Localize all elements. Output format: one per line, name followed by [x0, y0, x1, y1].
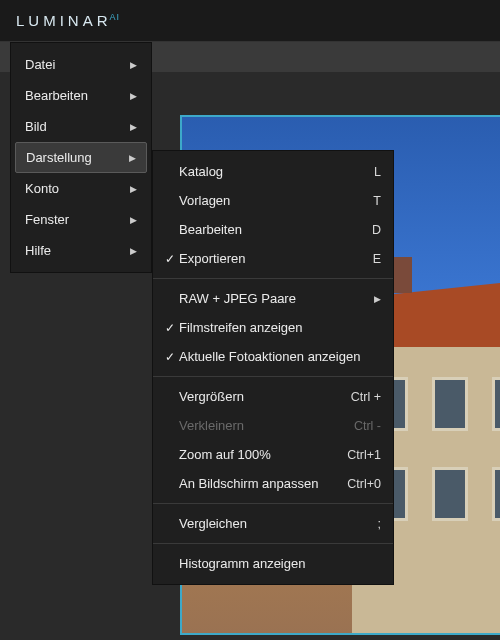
submenu-label: Verkleinern	[179, 418, 346, 433]
submenu-item[interactable]: ✓Aktuelle Fotoaktionen anzeigen	[153, 342, 393, 371]
submenu-arrow-icon: ▶	[130, 122, 137, 132]
submenu-shortcut: E	[373, 252, 381, 266]
main-menu-item-bild[interactable]: Bild▶	[11, 111, 151, 142]
main-menu-label: Hilfe	[25, 243, 51, 258]
submenu-item[interactable]: Zoom auf 100%Ctrl+1	[153, 440, 393, 469]
main-menu-item-konto[interactable]: Konto▶	[11, 173, 151, 204]
submenu-arrow-icon: ▶	[130, 60, 137, 70]
submenu-label: Histogramm anzeigen	[179, 556, 381, 571]
submenu-label: Aktuelle Fotoaktionen anzeigen	[179, 349, 381, 364]
main-menu-item-fenster[interactable]: Fenster▶	[11, 204, 151, 235]
main-menu: Datei▶Bearbeiten▶Bild▶Darstellung▶Konto▶…	[10, 42, 152, 273]
submenu-shortcut: L	[374, 165, 381, 179]
submenu-shortcut: Ctrl+0	[347, 477, 381, 491]
submenu-label: Vergrößern	[179, 389, 343, 404]
submenu-shortcut: Ctrl +	[351, 390, 381, 404]
main-menu-label: Fenster	[25, 212, 69, 227]
submenu-label: RAW + JPEG Paare	[179, 291, 366, 306]
submenu-item[interactable]: An Bildschirm anpassenCtrl+0	[153, 469, 393, 498]
main-menu-item-bearbeiten[interactable]: Bearbeiten▶	[11, 80, 151, 111]
menu-separator	[153, 376, 393, 377]
photo-decorative-window	[432, 377, 468, 431]
submenu-label: Vorlagen	[179, 193, 365, 208]
main-menu-label: Datei	[25, 57, 55, 72]
title-bar: LUMINARAI	[0, 0, 500, 42]
submenu-item[interactable]: RAW + JPEG Paare▶	[153, 284, 393, 313]
submenu-label: An Bildschirm anpassen	[179, 476, 339, 491]
menu-separator	[153, 278, 393, 279]
photo-decorative-window	[492, 467, 500, 521]
app-logo: LUMINARAI	[16, 12, 120, 29]
main-menu-label: Bild	[25, 119, 47, 134]
main-menu-item-datei[interactable]: Datei▶	[11, 49, 151, 80]
photo-decorative-window	[492, 377, 500, 431]
submenu-shortcut: Ctrl -	[354, 419, 381, 433]
check-icon: ✓	[161, 350, 179, 364]
submenu-arrow-icon: ▶	[129, 153, 136, 163]
main-menu-label: Konto	[25, 181, 59, 196]
photo-decorative-chimney	[392, 257, 412, 293]
submenu-arrow-icon: ▶	[130, 184, 137, 194]
check-icon: ✓	[161, 321, 179, 335]
submenu-item[interactable]: Vergleichen;	[153, 509, 393, 538]
main-menu-item-hilfe[interactable]: Hilfe▶	[11, 235, 151, 266]
photo-decorative-window	[432, 467, 468, 521]
submenu-arrow-icon: ▶	[130, 246, 137, 256]
submenu-shortcut: Ctrl+1	[347, 448, 381, 462]
submenu-item[interactable]: BearbeitenD	[153, 215, 393, 244]
submenu-arrow-icon: ▶	[130, 215, 137, 225]
submenu-arrow-icon: ▶	[374, 294, 381, 304]
submenu-shortcut: D	[372, 223, 381, 237]
logo-ai-badge: AI	[110, 12, 121, 22]
submenu-shortcut: ;	[378, 517, 381, 531]
submenu-item[interactable]: Histogramm anzeigen	[153, 549, 393, 578]
submenu-item[interactable]: KatalogL	[153, 157, 393, 186]
submenu-label: Zoom auf 100%	[179, 447, 339, 462]
submenu-label: Bearbeiten	[179, 222, 364, 237]
submenu-item: VerkleinernCtrl -	[153, 411, 393, 440]
submenu-label: Filmstreifen anzeigen	[179, 320, 381, 335]
submenu-arrow-icon: ▶	[130, 91, 137, 101]
submenu-item[interactable]: VorlagenT	[153, 186, 393, 215]
menu-separator	[153, 543, 393, 544]
main-menu-label: Darstellung	[26, 150, 92, 165]
main-menu-item-darstellung[interactable]: Darstellung▶	[15, 142, 147, 173]
submenu-item[interactable]: ✓ExportierenE	[153, 244, 393, 273]
submenu-item[interactable]: VergrößernCtrl +	[153, 382, 393, 411]
submenu-shortcut: T	[373, 194, 381, 208]
menu-separator	[153, 503, 393, 504]
submenu-darstellung: KatalogLVorlagenTBearbeitenD✓Exportieren…	[152, 150, 394, 585]
submenu-label: Vergleichen	[179, 516, 370, 531]
submenu-item[interactable]: ✓Filmstreifen anzeigen	[153, 313, 393, 342]
check-icon: ✓	[161, 252, 179, 266]
submenu-label: Katalog	[179, 164, 366, 179]
main-menu-label: Bearbeiten	[25, 88, 88, 103]
logo-text: LUMINAR	[16, 12, 112, 29]
submenu-label: Exportieren	[179, 251, 365, 266]
